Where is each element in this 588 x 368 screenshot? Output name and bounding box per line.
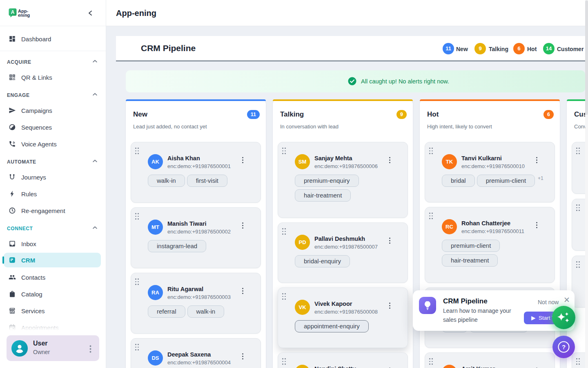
svg-text:A: A: [11, 9, 15, 15]
svg-text:?: ?: [562, 343, 566, 350]
